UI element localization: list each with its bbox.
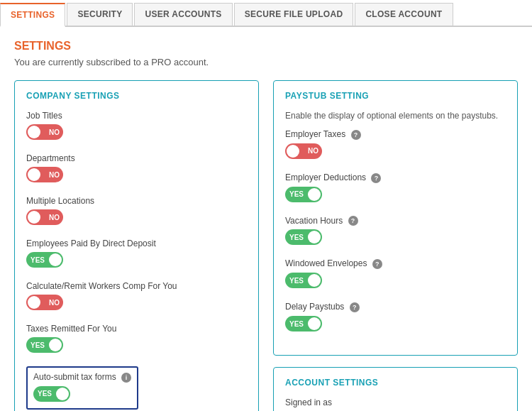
setting-vacation-hours: Vacation Hours ? YES: [285, 216, 506, 248]
departments-text: NO: [49, 171, 60, 179]
auto-submit-help-icon[interactable]: i: [121, 373, 131, 383]
setting-departments: Departments NO: [26, 153, 247, 185]
taxes-remitted-text: YES: [31, 341, 45, 349]
left-column: COMPANY SETTINGS Job Titles NO Departmen…: [14, 80, 259, 411]
delay-paystubs-label: Delay Paystubs ?: [285, 302, 506, 312]
taxes-remitted-label: Taxes Remitted For You: [26, 324, 247, 334]
auto-submit-label: Auto-submit tax forms i: [33, 372, 131, 383]
tab-secure-file-upload[interactable]: SECURE FILE UPLOAD: [234, 3, 354, 26]
delay-paystubs-knob: [308, 317, 321, 330]
signed-in-label: Signed in as: [285, 398, 506, 407]
windowed-envelopes-text: YES: [289, 277, 304, 285]
workers-comp-text: NO: [49, 299, 60, 307]
taxes-remitted-knob: [49, 339, 62, 351]
tab-close-account[interactable]: CLOSE ACCOUNT: [355, 3, 453, 26]
employer-deductions-toggle[interactable]: YES: [285, 187, 322, 202]
workers-comp-knob: [28, 296, 40, 309]
tab-security[interactable]: SECURITY: [67, 3, 133, 26]
setting-direct-deposit: Employees Paid By Direct Deposit YES: [26, 239, 247, 270]
paystub-settings-box: PAYSTUB SETTING Enable the display of op…: [273, 80, 518, 356]
company-settings-title: COMPANY SETTINGS: [26, 91, 247, 101]
auto-submit-knob: [56, 388, 69, 400]
setting-job-titles: Job Titles NO: [26, 111, 247, 142]
direct-deposit-label: Employees Paid By Direct Deposit: [26, 239, 247, 248]
page-title: SETTINGS: [14, 40, 518, 53]
setting-employer-taxes: Employer Taxes ? NO: [285, 129, 506, 161]
setting-employer-deductions: Employer Deductions ? YES: [285, 172, 506, 204]
direct-deposit-text: YES: [31, 256, 45, 264]
employer-taxes-label: Employer Taxes ?: [285, 129, 506, 140]
tab-settings[interactable]: SETTINGS: [0, 3, 65, 27]
setting-windowed-envelopes: Windowed Envelopes ? YES: [285, 258, 506, 290]
employer-taxes-toggle[interactable]: NO: [285, 143, 322, 159]
direct-deposit-knob: [49, 253, 62, 266]
page-subtitle: You are currently subscribed to a PRO ac…: [14, 57, 518, 67]
employer-deductions-text: YES: [289, 190, 304, 198]
job-titles-toggle[interactable]: NO: [26, 124, 63, 140]
windowed-envelopes-toggle[interactable]: YES: [285, 273, 322, 288]
setting-taxes-remitted: Taxes Remitted For You YES: [26, 324, 247, 355]
setting-auto-submit: Auto-submit tax forms i YES: [26, 366, 247, 410]
vacation-hours-label: Vacation Hours ?: [285, 216, 506, 226]
departments-toggle[interactable]: NO: [26, 167, 63, 182]
auto-submit-text: YES: [38, 390, 52, 398]
paystub-subtitle: Enable the display of optional elements …: [285, 111, 506, 121]
employer-taxes-text: NO: [308, 147, 318, 155]
workers-comp-toggle[interactable]: NO: [26, 295, 63, 310]
delay-paystubs-toggle[interactable]: YES: [285, 316, 322, 331]
workers-comp-label: Calculate/Remit Workers Comp For You: [26, 281, 247, 291]
direct-deposit-toggle[interactable]: YES: [26, 252, 63, 268]
departments-knob: [28, 168, 40, 181]
account-settings-title: ACCOUNT SETTINGS: [285, 378, 506, 388]
job-titles-label: Job Titles: [26, 111, 247, 121]
auto-submit-highlight: Auto-submit tax forms i YES: [26, 366, 138, 410]
vacation-hours-text: YES: [289, 234, 304, 241]
employer-deductions-knob: [308, 188, 321, 201]
employer-taxes-help-icon[interactable]: ?: [351, 130, 361, 140]
departments-label: Departments: [26, 153, 247, 163]
vacation-hours-toggle[interactable]: YES: [285, 229, 322, 245]
multiple-locations-text: NO: [49, 214, 60, 221]
main-content: SETTINGS You are currently subscribed to…: [0, 27, 532, 411]
paystub-settings-title: PAYSTUB SETTING: [285, 91, 506, 101]
setting-workers-comp: Calculate/Remit Workers Comp For You NO: [26, 281, 247, 312]
windowed-envelopes-label: Windowed Envelopes ?: [285, 258, 506, 269]
vacation-hours-knob: [308, 231, 321, 243]
windowed-envelopes-help-icon[interactable]: ?: [372, 259, 382, 269]
delay-paystubs-help-icon[interactable]: ?: [350, 302, 360, 312]
multiple-locations-label: Multiple Locations: [26, 196, 247, 206]
employer-deductions-help-icon[interactable]: ?: [371, 173, 381, 183]
multiple-locations-knob: [28, 211, 40, 224]
tab-user-accounts[interactable]: USER ACCOUNTS: [134, 3, 232, 26]
multiple-locations-toggle[interactable]: NO: [26, 209, 63, 225]
delay-paystubs-text: YES: [289, 320, 304, 328]
employer-taxes-knob: [287, 145, 299, 158]
account-settings-box: ACCOUNT SETTINGS Signed in as: [273, 367, 518, 411]
setting-delay-paystubs: Delay Paystubs ? YES: [285, 302, 506, 334]
employer-deductions-label: Employer Deductions ?: [285, 172, 506, 183]
company-settings-box: COMPANY SETTINGS Job Titles NO Departmen…: [14, 80, 259, 411]
setting-multiple-locations: Multiple Locations NO: [26, 196, 247, 227]
vacation-hours-help-icon[interactable]: ?: [348, 216, 358, 226]
auto-submit-toggle[interactable]: YES: [33, 386, 70, 402]
windowed-envelopes-knob: [308, 274, 321, 287]
job-titles-knob: [28, 126, 40, 138]
right-column: PAYSTUB SETTING Enable the display of op…: [273, 80, 518, 411]
job-titles-text: NO: [49, 128, 60, 136]
columns: COMPANY SETTINGS Job Titles NO Departmen…: [14, 80, 518, 411]
taxes-remitted-toggle[interactable]: YES: [26, 337, 63, 353]
tab-bar: SETTINGS SECURITY USER ACCOUNTS SECURE F…: [0, 0, 532, 27]
